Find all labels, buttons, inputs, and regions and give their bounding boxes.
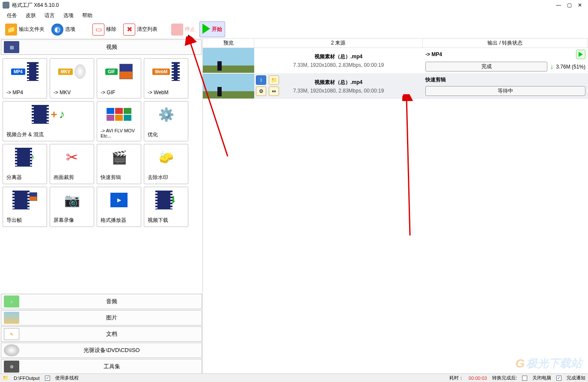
window-title: 格式工厂 X64 5.10.0 xyxy=(12,2,556,9)
range-icon[interactable]: ⇔ xyxy=(269,87,279,96)
row-mini-toolbar: i 📁 ⚙ ⇔ xyxy=(256,75,280,96)
minimize-button[interactable]: — xyxy=(556,2,561,8)
titlebar: 格式工厂 X64 5.10.0 — ▢ ✕ xyxy=(0,0,588,10)
menu-task[interactable]: 任务 xyxy=(3,11,21,20)
card-separator[interactable]: ♪ 分离器 xyxy=(3,144,47,184)
shutdown-checkbox[interactable] xyxy=(522,376,527,381)
table-row[interactable]: i 📁 ⚙ ⇔ 视频素材（总）.mp4 7.33M, 1920x1080, 2.… xyxy=(203,74,588,99)
mp4-badge: MP4 xyxy=(11,69,25,75)
remove-button[interactable]: ▭ 移除 xyxy=(90,22,119,37)
card-dewatermark[interactable]: 🧽 去除水印 xyxy=(144,144,188,184)
row-target: 快速剪辑 xyxy=(425,76,446,84)
card-downloader[interactable]: ⬇ 视频下载 xyxy=(144,187,188,227)
category-audio-label: 音频 xyxy=(22,298,202,305)
header-source[interactable]: 2 来源 xyxy=(254,39,423,48)
menu-options[interactable]: 选项 xyxy=(60,11,77,20)
row-status: 等待中 xyxy=(425,86,585,96)
mkv-badge: MKV xyxy=(58,69,73,75)
toolbar: 📁 输出文件夹 ◐ 选项 ▭ 移除 ✖ 清空列表 停止 开始 xyxy=(0,21,588,39)
card-mkv[interactable]: MKV -> MKV xyxy=(50,58,94,98)
table-row[interactable]: 视频素材（总）.mp4 7.33M, 1920x1080, 2.83Mbps, … xyxy=(203,48,588,74)
category-optical[interactable]: 光驱设备\DVD\CD\ISO xyxy=(1,343,202,358)
category-picture[interactable]: 图片 xyxy=(1,310,202,325)
row-source: 视频素材（总）.mp4 7.33M, 1920x1080, 2.83Mbps, … xyxy=(254,48,423,73)
card-gif[interactable]: GIF -> GIF xyxy=(97,58,141,98)
statusbar-folder-icon[interactable]: 📁 xyxy=(3,375,9,381)
video-category-icon: ▤ xyxy=(4,41,19,53)
card-quicktrim[interactable]: 🎬 快速剪辑 xyxy=(97,144,141,184)
left-panel: ▤ 视频 MP4 -> MP4 MKV -> MKV GIF -> GIF We… xyxy=(0,39,203,374)
card-optimize[interactable]: ⚙️ 优化 xyxy=(144,101,188,141)
download-arrow-icon: ↓ xyxy=(550,63,553,71)
card-avi-etc-label: -> AVI FLV MOV Etc... xyxy=(99,128,139,138)
info-icon[interactable]: i xyxy=(256,75,266,85)
maximize-button[interactable]: ▢ xyxy=(567,2,572,8)
clear-list-button[interactable]: ✖ 清空列表 xyxy=(121,22,160,37)
card-screenrec[interactable]: 📷 屏幕录像 xyxy=(50,187,94,227)
menu-skin[interactable]: 皮肤 xyxy=(22,11,39,20)
card-player-label: 格式播放器 xyxy=(99,217,139,224)
row-target: -> MP4 xyxy=(425,51,442,57)
document-icon: ✎ xyxy=(4,328,19,340)
menu-help[interactable]: 帮助 xyxy=(79,11,96,20)
card-exportframe-label: 导出帧 xyxy=(5,217,45,224)
start-button[interactable]: 开始 xyxy=(199,21,225,37)
output-path[interactable]: D:\FFOutput xyxy=(14,376,40,381)
table-header: 预览 2 来源 输出 / 转换状态 xyxy=(203,39,588,48)
after-convert-label: 转换完成后: xyxy=(492,375,517,381)
multithread-label: 使用多线程 xyxy=(55,375,79,381)
gif-badge: GIF xyxy=(105,69,118,75)
clear-icon: ✖ xyxy=(123,24,135,36)
play-icon xyxy=(202,24,210,35)
card-crop[interactable]: ✂ 画面裁剪 xyxy=(50,144,94,184)
open-folder-icon[interactable]: 📁 xyxy=(269,75,279,85)
stop-label: 停止 xyxy=(185,26,195,33)
row-filename: 视频素材（总）.mp4 xyxy=(315,53,362,60)
card-player[interactable]: ▶ 格式播放器 xyxy=(97,187,141,227)
category-document[interactable]: ✎ 文档 xyxy=(1,326,202,342)
webm-badge: WebM xyxy=(152,69,170,75)
stop-button[interactable]: 停止 xyxy=(169,22,198,37)
category-audio[interactable]: ♪ 音频 xyxy=(1,294,202,309)
card-separator-label: 分离器 xyxy=(5,174,45,181)
card-joiner[interactable]: +♪ 视频合并 & 混流 xyxy=(3,101,94,141)
category-video[interactable]: ▤ 视频 xyxy=(1,39,202,55)
stop-icon xyxy=(171,24,183,36)
close-button[interactable]: ✕ xyxy=(578,2,582,8)
row-status: 完成 xyxy=(425,62,547,72)
right-panel: 预览 2 来源 输出 / 转换状态 视频素材（总）.mp4 7.33M, 192… xyxy=(203,39,588,374)
menu-language[interactable]: 语言 xyxy=(41,11,58,20)
card-webm[interactable]: WebM -> WebM xyxy=(144,58,188,98)
window-controls: — ▢ ✕ xyxy=(556,2,585,8)
done-notify-checkbox[interactable] xyxy=(556,376,561,381)
preview-thumb xyxy=(203,48,254,73)
header-output[interactable]: 输出 / 转换状态 xyxy=(423,39,588,48)
menubar: 任务 皮肤 语言 选项 帮助 xyxy=(0,10,588,21)
card-downloader-label: 视频下载 xyxy=(146,217,186,224)
row-meta: 7.33M, 1920x1080, 2.83Mbps, 00:00:19 xyxy=(293,88,384,94)
row-output: -> MP4 完成 ↓ 3.76M (51%) xyxy=(423,48,588,73)
output-folder-button[interactable]: 📁 输出文件夹 xyxy=(3,22,47,37)
elapsed-label: 耗时： xyxy=(449,375,463,381)
row-play-button[interactable] xyxy=(576,50,585,59)
row-outsize: 3.76M (51%) xyxy=(556,64,585,70)
card-avi-etc[interactable]: -> AVI FLV MOV Etc... xyxy=(97,101,141,141)
multithread-checkbox[interactable] xyxy=(45,376,50,381)
card-exportframe[interactable]: 导出帧 xyxy=(3,187,47,227)
card-crop-label: 画面裁剪 xyxy=(52,174,92,181)
card-optimize-label: 优化 xyxy=(146,131,186,138)
remove-icon: ▭ xyxy=(92,24,104,36)
options-button[interactable]: ◐ 选项 xyxy=(49,22,78,37)
elapsed-time: 00:00:03 xyxy=(469,376,487,381)
category-tools-label: 工具集 xyxy=(22,363,202,370)
bottom-category-bars: ♪ 音频 图片 ✎ 文档 光驱设备\DVD\CD\ISO ⚙ 工具集 xyxy=(0,293,203,375)
optical-icon xyxy=(4,344,19,356)
row-source: i 📁 ⚙ ⇔ 视频素材（总）.mp4 7.33M, 1920x1080, 2.… xyxy=(254,74,423,98)
card-mp4[interactable]: MP4 -> MP4 xyxy=(3,58,47,98)
category-tools[interactable]: ⚙ 工具集 xyxy=(1,359,202,374)
audio-icon: ♪ xyxy=(4,295,19,307)
done-notify-label: 完成通知 xyxy=(567,375,585,381)
options-label: 选项 xyxy=(65,26,75,33)
header-preview[interactable]: 预览 xyxy=(203,39,254,48)
settings-icon[interactable]: ⚙ xyxy=(256,87,266,96)
